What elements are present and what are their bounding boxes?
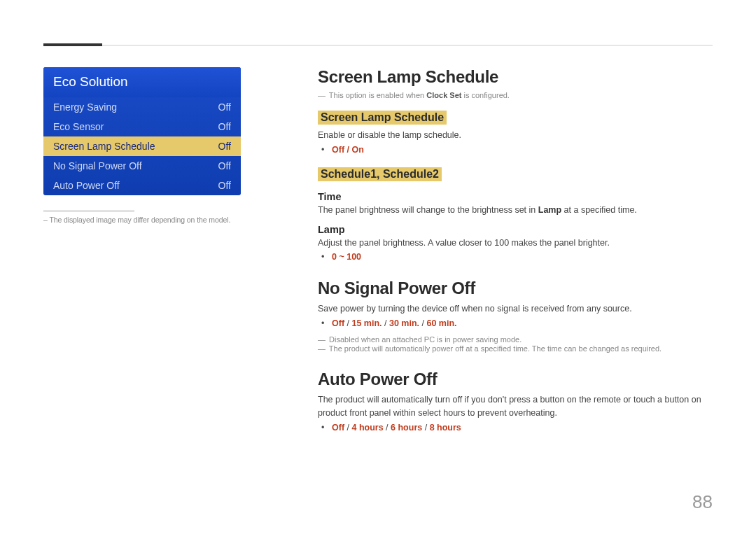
menu-item-label: Auto Power Off [53, 180, 120, 191]
subheading-screen-lamp-schedule: Screen Lamp Schedule [318, 111, 447, 125]
divider [43, 211, 134, 211]
menu-item-no-signal-power-off[interactable]: No Signal Power Off Off [43, 156, 241, 176]
menu-item-value: Off [218, 141, 231, 152]
header-rule [102, 45, 713, 45]
eco-solution-menu: Eco Solution Energy Saving Off Eco Senso… [43, 67, 241, 195]
desc-no-signal: Save power by turning the device off whe… [318, 302, 713, 316]
menu-item-screen-lamp-schedule[interactable]: Screen Lamp Schedule Off [43, 136, 241, 156]
subheading-schedule1-schedule2: Schedule1, Schedule2 [318, 167, 442, 181]
desc-time: The panel brightness will change to the … [318, 204, 713, 217]
desc-lamp: Adjust the panel brightness. A value clo… [318, 237, 713, 250]
options-list: Off / 15 min. / 30 min. / 60 min. [332, 318, 713, 328]
note-clock-set: ― This option is enabled when Clock Set … [318, 91, 713, 99]
page-number: 88 [692, 491, 713, 513]
heading-auto-power-off: Auto Power Off [318, 370, 713, 389]
menu-item-auto-power-off[interactable]: Auto Power Off Off [43, 176, 241, 195]
header-marker [43, 43, 102, 46]
option-durations: Off / 15 min. / 30 min. / 60 min. [332, 318, 713, 328]
note-pc-saving: ― Disabled when an attached PC is in pow… [318, 335, 713, 344]
options-list: Off / On [332, 145, 713, 155]
menu-item-value: Off [218, 121, 231, 132]
menu-title: Eco Solution [43, 67, 241, 97]
subhead-time: Time [318, 191, 713, 202]
menu-item-value: Off [218, 101, 231, 113]
options-list: 0 ~ 100 [332, 252, 713, 262]
option-off-on: Off / On [332, 145, 713, 155]
desc-auto-power-off: The product will automatically turn off … [318, 393, 713, 420]
menu-item-value: Off [218, 180, 231, 191]
menu-item-label: Energy Saving [53, 101, 117, 113]
subhead-lamp: Lamp [318, 224, 713, 235]
option-range: 0 ~ 100 [332, 252, 713, 262]
heading-no-signal-power-off: No Signal Power Off [318, 279, 713, 298]
main-content: Screen Lamp Schedule ― This option is en… [318, 67, 713, 440]
option-hours: Off / 4 hours / 6 hours / 8 hours [332, 423, 713, 433]
options-list: Off / 4 hours / 6 hours / 8 hours [332, 423, 713, 433]
note-auto-off-time: ― The product will automatically power o… [318, 344, 713, 353]
menu-item-value: Off [218, 160, 231, 171]
menu-item-energy-saving[interactable]: Energy Saving Off [43, 97, 241, 117]
sidebar: Eco Solution Energy Saving Off Eco Senso… [43, 67, 241, 224]
menu-item-eco-sensor[interactable]: Eco Sensor Off [43, 117, 241, 136]
desc-enable-disable: Enable or disable the lamp schedule. [318, 129, 713, 142]
heading-screen-lamp-schedule: Screen Lamp Schedule [318, 67, 713, 87]
menu-item-label: Screen Lamp Schedule [53, 141, 155, 152]
menu-item-label: Eco Sensor [53, 121, 104, 132]
sidebar-note: – The displayed image may differ dependi… [43, 216, 241, 224]
menu-item-label: No Signal Power Off [53, 160, 142, 171]
